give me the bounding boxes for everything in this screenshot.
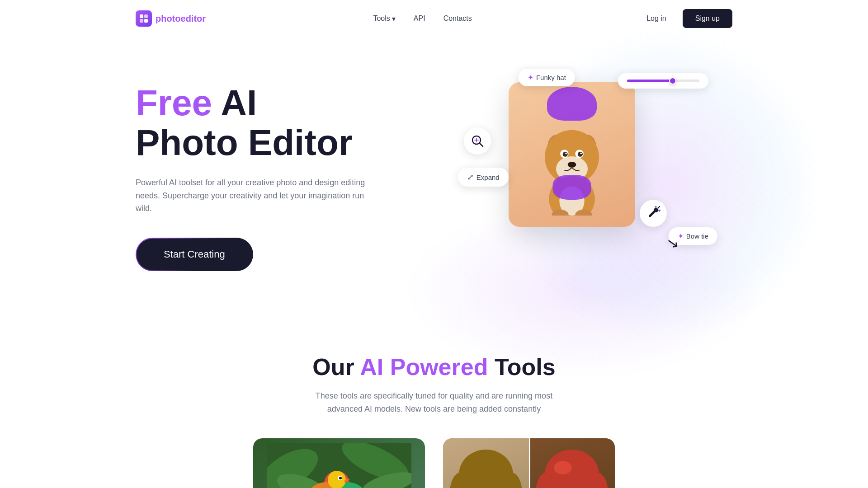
zoom-float xyxy=(464,127,491,155)
tools-section: Our AI Powered Tools These tools are spe… xyxy=(0,326,868,488)
hair-divider xyxy=(529,438,530,488)
svg-rect-1 xyxy=(144,14,148,18)
svg-point-15 xyxy=(578,152,583,157)
bird-card-content xyxy=(253,438,425,488)
hero-title-free: Free xyxy=(136,83,212,123)
tool-cards xyxy=(136,438,732,488)
svg-point-30 xyxy=(659,211,660,212)
slider-float xyxy=(618,73,708,89)
hero-subtitle: Powerful AI toolset for all your creativ… xyxy=(136,176,371,215)
tools-title-ai: AI Powered xyxy=(360,354,488,380)
svg-point-42 xyxy=(339,477,342,479)
svg-line-5 xyxy=(480,143,483,146)
sparkle-icon-2: ✦ xyxy=(678,232,684,240)
tool-card-bird[interactable] xyxy=(253,438,425,488)
svg-rect-0 xyxy=(140,14,143,18)
svg-point-29 xyxy=(655,206,656,207)
magic-wand-float xyxy=(640,200,667,227)
dog-card xyxy=(509,82,635,227)
expand-label: ⤢ Expand xyxy=(458,168,509,187)
tools-title-our: Our xyxy=(312,354,360,380)
hero-left: Free AIPhoto Editor Powerful AI toolset … xyxy=(136,83,434,271)
expand-icon: ⤢ xyxy=(467,172,474,182)
navbar: photoeditor Tools ▾ API Contacts Log in … xyxy=(0,0,868,37)
svg-point-14 xyxy=(563,152,568,157)
tools-title: Our AI Powered Tools xyxy=(136,353,732,380)
hero-title: Free AIPhoto Editor xyxy=(136,83,434,163)
logo-icon xyxy=(136,10,152,27)
svg-rect-3 xyxy=(144,19,148,23)
nav-tools[interactable]: Tools ▾ xyxy=(373,14,395,23)
login-button[interactable]: Log in xyxy=(639,11,674,26)
funky-hat-label: ✦ Funky hat xyxy=(519,69,575,86)
tools-title-tools: Tools xyxy=(488,354,555,380)
hero-right: ✦ Funky hat xyxy=(434,64,732,290)
signup-button[interactable]: Sign up xyxy=(683,9,732,28)
start-creating-button[interactable]: Start Creating xyxy=(137,239,252,270)
nav-links: Tools ▾ API Contacts xyxy=(373,14,472,23)
svg-point-40 xyxy=(328,471,346,488)
tool-card-hair[interactable] xyxy=(443,438,615,488)
svg-point-18 xyxy=(568,162,576,168)
nav-api[interactable]: API xyxy=(414,14,425,23)
svg-point-16 xyxy=(565,153,567,155)
hero-section: Free AIPhoto Editor Powerful AI toolset … xyxy=(0,37,868,326)
svg-point-17 xyxy=(580,153,582,155)
nav-contacts[interactable]: Contacts xyxy=(443,14,472,23)
tools-subtitle: These tools are specifically tuned for q… xyxy=(298,389,570,416)
logo[interactable]: photoeditor xyxy=(136,10,206,27)
svg-rect-2 xyxy=(140,19,143,23)
svg-point-28 xyxy=(657,208,658,209)
svg-point-57 xyxy=(554,461,572,474)
logo-text: photoeditor xyxy=(156,14,206,24)
chevron-down-icon: ▾ xyxy=(392,14,396,23)
sparkle-icon: ✦ xyxy=(528,73,533,82)
start-creating-wrapper: Start Creating xyxy=(136,238,253,271)
nav-actions: Log in Sign up xyxy=(639,9,732,28)
